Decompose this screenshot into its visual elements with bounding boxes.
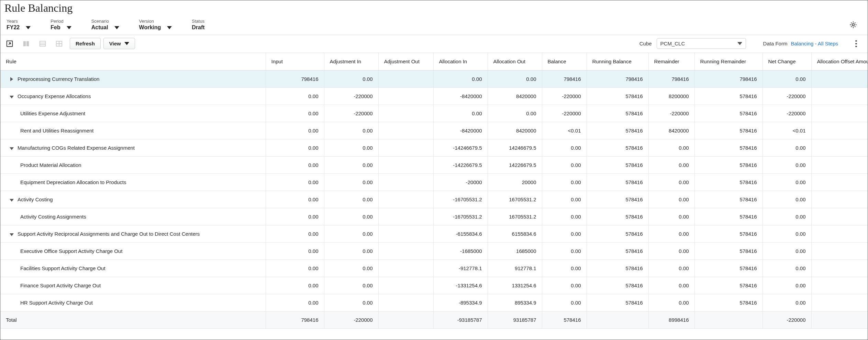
rule-name-label: Preprocessing Currency Translation — [18, 76, 99, 82]
collapse-toggle[interactable] — [9, 232, 14, 237]
data-cell: 6155834.6 — [488, 225, 542, 242]
popout-button[interactable] — [4, 39, 15, 49]
pov-item-scenario[interactable]: ScenarioActual — [91, 19, 119, 31]
rule-name-cell[interactable]: Equipment Depreciation Allocation to Pro… — [0, 173, 266, 191]
more-actions-button[interactable] — [852, 40, 860, 48]
column-header[interactable]: Balance — [542, 53, 587, 70]
data-cell: 0.00 — [266, 191, 324, 208]
data-cell: -1331254.6 — [433, 277, 488, 294]
pov-item-years[interactable]: YearsFY22 — [7, 19, 31, 31]
pov-value: Feb — [51, 24, 60, 31]
data-cell: 0.00 — [542, 191, 587, 208]
rule-name-cell[interactable]: Utilities Expense Adjustment — [0, 105, 266, 122]
table-row[interactable]: Facilities Support Activity Charge Out0.… — [0, 259, 868, 277]
rule-name-label: Activity Costing — [18, 196, 53, 202]
data-cell: 0.00 — [763, 191, 811, 208]
table-row[interactable]: Rent and Utilities Reassignment0.000.00-… — [0, 122, 868, 139]
chevron-down-icon[interactable] — [26, 26, 31, 29]
data-cell: -895334.9 — [433, 294, 488, 311]
pov-item-version[interactable]: VersionWorking — [139, 19, 172, 31]
collapse-toggle[interactable] — [9, 198, 14, 203]
collapse-toggle[interactable] — [9, 95, 14, 99]
data-cell: 0.00 — [488, 105, 542, 122]
cube-select-value: PCM_CLC — [660, 41, 685, 46]
data-cell: 578416 — [587, 156, 648, 173]
svg-rect-3 — [26, 41, 29, 46]
data-cell: -14226679.5 — [433, 156, 488, 173]
data-cell: 0.00 — [542, 225, 587, 242]
column-header[interactable]: Net Change — [763, 53, 811, 70]
rule-name-cell[interactable]: Preprocessing Currency Translation — [0, 70, 266, 87]
table-row[interactable]: Activity Costing0.000.00-16705531.216705… — [0, 191, 868, 208]
rule-name-cell[interactable]: Rent and Utilities Reassignment — [0, 122, 266, 139]
data-cell: 798416 — [542, 70, 587, 87]
table-row[interactable]: Utilities Expense Adjustment0.00-2200000… — [0, 105, 868, 122]
pov-value: Draft — [192, 24, 204, 31]
column-header[interactable]: Adjustment Out — [378, 53, 433, 70]
column-header[interactable]: Rule — [0, 53, 266, 70]
data-cell: 0.00 — [324, 173, 378, 191]
collapse-toggle[interactable] — [9, 146, 14, 151]
table-row[interactable]: Occupancy Expense Allocations0.00-220000… — [0, 87, 868, 105]
chevron-down-icon[interactable] — [167, 26, 172, 29]
chevron-down-icon[interactable] — [67, 26, 71, 29]
data-cell — [378, 105, 433, 122]
rule-name-cell[interactable]: Finance Suport Activity Charge Out — [0, 277, 266, 294]
rows-icon — [39, 40, 46, 47]
table-row[interactable]: Equipment Depreciation Allocation to Pro… — [0, 173, 868, 191]
table-row[interactable]: Preprocessing Currency Translation798416… — [0, 70, 868, 87]
data-cell: 578416 — [694, 156, 763, 173]
rule-name-cell[interactable]: Manufacturing COGs Related Expense Assig… — [0, 139, 266, 156]
data-cell: 1331254.6 — [488, 277, 542, 294]
rule-name-cell[interactable]: Product Material Allocation — [0, 156, 266, 173]
page-title: Rule Balancing — [0, 0, 868, 16]
chevron-down-icon[interactable] — [114, 26, 119, 29]
column-header[interactable]: Allocation Out — [488, 53, 542, 70]
column-header[interactable]: Running Remainder — [694, 53, 763, 70]
dataform-link[interactable]: Balancing - All Steps — [791, 41, 838, 46]
table-row[interactable]: Activity Costing Assignments0.000.00-167… — [0, 208, 868, 225]
data-cell: -220000 — [648, 105, 694, 122]
pov-item-period[interactable]: PeriodFeb — [51, 19, 71, 31]
rule-name-cell[interactable]: Support Activity Reciprocal Assignments … — [0, 225, 266, 242]
rule-name-cell[interactable]: Activity Costing Assignments — [0, 208, 266, 225]
data-cell: 0.00 — [324, 70, 378, 87]
table-row[interactable]: Manufacturing COGs Related Expense Assig… — [0, 139, 868, 156]
rule-name-cell[interactable]: Occupancy Expense Allocations — [0, 87, 266, 105]
rule-name-label: Activity Costing Assignments — [20, 214, 86, 220]
rule-name-cell[interactable]: Facilities Support Activity Charge Out — [0, 259, 266, 277]
rule-name-cell[interactable]: Activity Costing — [0, 191, 266, 208]
data-cell: 0.00 — [763, 294, 811, 311]
data-cell: 0.00 — [266, 225, 324, 242]
cube-select[interactable]: PCM_CLC — [657, 38, 746, 49]
data-cell: 0.00 — [542, 139, 587, 156]
table-row[interactable]: HR Support Activity Charge Out0.000.00-8… — [0, 294, 868, 311]
data-cell: 578416 — [587, 191, 648, 208]
data-cell: 0.00 — [648, 277, 694, 294]
rule-name-cell[interactable]: HR Support Activity Charge Out — [0, 294, 266, 311]
data-cell: 16705531.2 — [488, 208, 542, 225]
column-header[interactable]: Input — [266, 53, 324, 70]
data-cell: 578416 — [694, 242, 763, 259]
column-header[interactable]: Allocation Offset Amount — [811, 53, 868, 70]
table-row[interactable]: Support Activity Reciprocal Assignments … — [0, 225, 868, 242]
view-button[interactable]: View — [103, 38, 135, 49]
expand-toggle[interactable] — [9, 77, 14, 82]
column-header[interactable]: Running Balance — [587, 53, 648, 70]
table-row[interactable]: Product Material Allocation0.000.00-1422… — [0, 156, 868, 173]
table-row[interactable]: Finance Suport Activity Charge Out0.000.… — [0, 277, 868, 294]
data-cell: 0.00 — [763, 139, 811, 156]
column-header[interactable]: Adjustment In — [324, 53, 378, 70]
column-header[interactable]: Allocation In — [433, 53, 488, 70]
data-cell — [378, 294, 433, 311]
chevron-down-icon — [124, 42, 129, 45]
data-cell: -8420000 — [433, 87, 488, 105]
table-row[interactable]: Executive Office Support Activity Charge… — [0, 242, 868, 259]
column-header[interactable]: Remainder — [648, 53, 694, 70]
settings-button[interactable] — [849, 21, 857, 29]
rule-name-cell[interactable]: Executive Office Support Activity Charge… — [0, 242, 266, 259]
data-cell: 0.00 — [324, 294, 378, 311]
rule-name-label: Occupancy Expense Allocations — [18, 93, 91, 99]
refresh-button[interactable]: Refresh — [70, 38, 101, 49]
data-cell: 8420000 — [811, 87, 868, 105]
